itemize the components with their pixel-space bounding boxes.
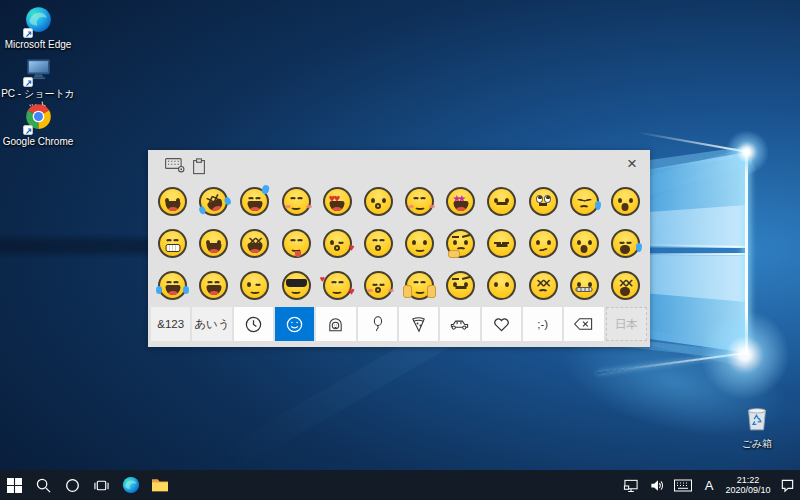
emoji-face [570,187,599,216]
emoji-face [158,187,187,216]
emoji-grinning-face[interactable] [154,181,192,221]
emoji-kissing-face-with-closed-eyes[interactable] [359,265,397,305]
emoji-face [487,271,516,300]
emoji-hugging-face[interactable] [401,265,439,305]
shortcut-arrow-icon [23,77,33,87]
task-view-button[interactable] [87,470,116,500]
emoji-face [364,229,393,258]
emoji-grinning-face-with-sweat[interactable] [236,181,274,221]
emoji-sleepy-face[interactable] [606,223,644,263]
emoji-face [323,187,352,216]
action-center-icon[interactable] [774,470,800,500]
emoji-face [195,182,232,219]
taskbar-spacer [174,470,618,500]
emoji-grinning-squinting-face[interactable] [236,223,274,263]
emoji-face [611,187,640,216]
emoji-face [240,187,269,216]
recycle-bin[interactable]: ごみ箱 [719,404,795,450]
emoji-sad-but-relieved-face[interactable] [565,181,603,221]
key-label: ;-) [537,318,548,330]
emoji-face [529,271,558,300]
emoji-beaming-face[interactable] [154,223,192,263]
emoji-face-with-open-mouth[interactable] [565,223,603,263]
emoji-face-savoring-food[interactable] [277,223,315,263]
emoji-face [446,229,475,258]
clipboard-icon[interactable] [192,158,206,179]
key-category-symbols[interactable] [482,307,521,341]
person-icon [326,315,345,334]
file-explorer-button[interactable] [145,470,174,500]
smiley-icon [285,315,304,334]
start-button[interactable] [0,470,29,500]
key-kana[interactable]: あいう [192,307,231,341]
emoji-face [323,229,352,258]
shortcut-arrow-icon [23,28,33,38]
emoji-face [405,271,434,300]
emoji-face [570,229,599,258]
network-icon[interactable] [618,470,644,500]
taskbar-clock[interactable]: 21:22 2020/09/10 [722,470,774,500]
volume-icon[interactable] [644,470,670,500]
key-japanese[interactable]: 日本 [606,307,647,341]
key-label: あいう [194,317,229,332]
key-category-food[interactable] [399,307,438,341]
emoji-face [199,271,228,300]
key-category-people[interactable] [316,307,355,341]
car-icon [449,316,470,332]
emoji-smiling-face-with-smiling-eyes[interactable] [277,181,315,221]
emoji-kissing-face-with-smiling-eyes[interactable] [359,223,397,263]
clock-icon [244,315,263,334]
emoji-face-with-raised-eyebrow[interactable] [442,265,480,305]
pc-monitor-icon [25,55,52,86]
cortana-button[interactable] [58,470,87,500]
key-backspace[interactable] [564,307,603,341]
emoji-face-blowing-a-kiss[interactable] [318,223,356,263]
key-kaomoji[interactable]: ;-) [523,307,562,341]
shortcut-google-chrome[interactable]: Google Chrome [0,103,76,148]
emoji-grinning-face-with-smiling-eyes[interactable] [195,265,233,305]
emoji-thinking-face[interactable] [442,223,480,263]
pizza-icon [409,315,428,334]
key-category-smileys[interactable] [275,307,314,341]
emoji-face [487,187,516,216]
emoji-smiling-face-with-hearts[interactable] [318,265,356,305]
emoji-winking-face[interactable] [236,265,274,305]
shortcut-microsoft-edge[interactable]: Microsoft Edge [0,6,76,51]
key-recently-used[interactable] [234,307,273,341]
keyboard-settings-icon[interactable] [165,158,186,177]
chrome-icon [25,103,52,134]
emoji-zipper-mouth-face[interactable] [565,265,603,305]
search-button[interactable] [29,470,58,500]
emoji-face [487,229,516,258]
emoji-face [158,271,187,300]
emoji-neutral-face[interactable] [483,181,521,221]
emoji-grid [148,180,650,306]
emoji-face-without-mouth[interactable] [483,265,521,305]
emoji-star-struck[interactable] [442,181,480,221]
edge-taskbar-button[interactable] [116,470,145,500]
emoji-smirking-face[interactable] [524,223,562,263]
key-category-transport[interactable] [440,307,479,341]
emoji-tired-face[interactable] [606,265,644,305]
emoji-rolling-on-floor-laughing[interactable] [195,181,233,221]
emoji-smiling-face[interactable] [401,181,439,221]
emoji-hushed-face[interactable] [606,181,644,221]
emoji-face-with-tears-of-joy[interactable] [154,265,192,305]
ime-mode-indicator[interactable]: A [696,470,722,500]
emoji-expressionless-face[interactable] [483,223,521,263]
close-icon[interactable]: × [627,154,637,174]
key-category-celebrations[interactable] [358,307,397,341]
heart-icon [492,315,511,334]
emoji-heart-eyes[interactable] [318,181,356,221]
emoji-persevering-face[interactable] [524,265,562,305]
emoji-slightly-smiling-face[interactable] [401,223,439,263]
emoji-kissing-face[interactable] [359,181,397,221]
emoji-smiling-face-with-sunglasses[interactable] [277,265,315,305]
key-symbols[interactable]: &123 [151,307,190,341]
emoji-grinning-face-with-big-eyes[interactable] [195,223,233,263]
clock-time: 21:22 [737,475,760,486]
touch-keyboard-icon[interactable] [670,470,696,500]
emoji-face-with-rolling-eyes[interactable] [524,181,562,221]
emoji-face [529,229,558,258]
balloon-icon [368,315,387,334]
